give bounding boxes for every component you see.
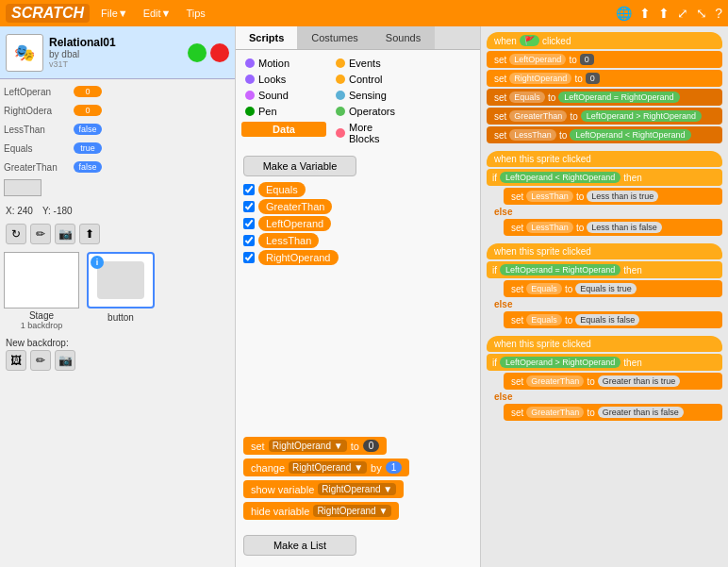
rotate-icon[interactable]: ↻ (6, 224, 26, 244)
cat-control-label: Control (349, 74, 382, 85)
cat-events-label: Events (349, 58, 381, 69)
var-leftoperand-check[interactable] (243, 218, 255, 229)
var-greaterthan-chip[interactable]: GreaterThan (258, 199, 332, 214)
gt-chip3: GreaterThan (526, 407, 584, 418)
stage-box (4, 252, 79, 309)
help-icon[interactable]: ? (715, 6, 722, 21)
set-lessthan-false[interactable]: set LessThan to Less than is false (504, 219, 722, 236)
make-list-button[interactable]: Make a List (243, 535, 356, 556)
hide-dropdown[interactable]: RightOperand ▼ (313, 505, 391, 517)
cat-more-blocks[interactable]: More Blocks (332, 120, 407, 146)
var-equals-check[interactable] (243, 184, 255, 195)
hide-variable-block[interactable]: hide variable RightOperand ▼ (243, 502, 399, 520)
control-dot (336, 75, 345, 84)
topbar: SCRATCH File▼ Edit▼ Tips 🌐 ⬆ ⬆ ⤢ ⤡ ? (0, 0, 728, 26)
show-dropdown[interactable]: RightOperand ▼ (318, 483, 396, 495)
set-lessthan-true[interactable]: set LessThan to Less than is true (504, 188, 722, 205)
change-dropdown[interactable]: RightOperand ▼ (289, 461, 367, 474)
sprite-thumbnail: 🎭 (6, 34, 43, 72)
set-rightoperand-0[interactable]: set RightOperand to 0 (487, 70, 722, 87)
cat-events[interactable]: Events (332, 56, 407, 71)
equals-row: Equals true (4, 140, 231, 157)
greaterthan-label: GreaterThan (4, 162, 70, 173)
var-lessthan-check[interactable] (243, 235, 255, 246)
cat-looks[interactable]: Looks (241, 72, 326, 87)
hat-sprite-clicked-3[interactable]: when this sprite clicked (487, 336, 722, 352)
rightoperand-dropdown[interactable]: RightOperand ▼ (269, 440, 347, 452)
var-rightoperand-chip[interactable]: RightOperand (258, 250, 339, 265)
var-rightoperand-row: RightOperand (243, 250, 472, 265)
sprite-author: by dbal (49, 49, 182, 59)
set-equals-expr[interactable]: set Equals to LeftOperand = RightOperand (487, 89, 722, 106)
upload-icon[interactable]: ⬆ (639, 6, 651, 21)
motion-dot (245, 58, 255, 68)
cat-sound[interactable]: Sound (241, 88, 326, 103)
cat-motion[interactable]: Motion (241, 56, 326, 71)
set-equals-true[interactable]: set Equals to Equals is true (504, 280, 722, 297)
upload-sprite-icon[interactable]: ⬆ (79, 224, 100, 244)
sprite-version: v31T (49, 59, 182, 69)
sprite-preview (97, 261, 144, 299)
cat-control[interactable]: Control (332, 72, 407, 87)
set-equals-false[interactable]: set Equals to Equals is false (504, 311, 722, 328)
more-blocks-dot (336, 128, 345, 138)
shrink-icon[interactable]: ⤡ (696, 6, 707, 21)
if-lt-condition[interactable]: if LeftOperand < RightOperand then (487, 169, 722, 186)
var-leftoperand-chip[interactable]: LeftOperand (258, 216, 331, 231)
tab-costumes[interactable]: Costumes (298, 26, 372, 49)
nav-tips[interactable]: Tips (183, 6, 209, 21)
var-lessthan-chip[interactable]: LessThan (258, 233, 319, 248)
cat-pen[interactable]: Pen (241, 104, 326, 119)
nav-edit[interactable]: Edit▼ (140, 6, 175, 21)
center-panel: Scripts Costumes Sounds Motion Looks Sou… (236, 26, 481, 567)
show-label: show variable (251, 484, 314, 495)
var-equals-row: Equals (243, 182, 472, 197)
tab-sounds[interactable]: Sounds (372, 26, 435, 49)
script-group-4: when this sprite clicked if LeftOperand … (487, 336, 722, 421)
script-controls: LeftOperan 0 RightOdera 0 LessThan false… (0, 79, 235, 202)
make-variable-button[interactable]: Make a Variable (243, 156, 356, 176)
camera-icon[interactable]: 📷 (55, 224, 75, 244)
stop-button[interactable] (210, 43, 229, 62)
cat-data[interactable]: Data (241, 122, 326, 137)
cat-operators[interactable]: Operators (332, 104, 407, 119)
var-equals-chip[interactable]: Equals (258, 182, 306, 197)
hat-sprite-clicked-2[interactable]: when this sprite clicked (487, 243, 722, 259)
var-greaterthan-row: GreaterThan (243, 199, 472, 214)
new-backdrop-label: New backdrop: (6, 338, 229, 348)
change-rightoperand-block[interactable]: change RightOperand ▼ by 1 (243, 459, 409, 476)
fullscreen-icon[interactable]: ⤢ (677, 6, 688, 21)
var-rightoperand-check[interactable] (243, 252, 255, 263)
action-icons: ↻ ✏ 📷 ⬆ (0, 220, 235, 248)
cat-sensing[interactable]: Sensing (332, 88, 407, 103)
hat-when-clicked-1[interactable]: when 🚩 clicked (487, 32, 722, 49)
upload2-icon[interactable]: ⬆ (658, 6, 670, 21)
backdrop-edit-icon[interactable]: ✏ (30, 350, 51, 371)
set-greaterthan-true[interactable]: set GreaterThan to Greater than is true (504, 373, 722, 390)
tab-scripts[interactable]: Scripts (236, 26, 298, 49)
if-eq-condition[interactable]: if LeftOperand = RightOperand then (487, 261, 722, 278)
set-lessthan-expr[interactable]: set LessThan to LeftOperand < RightOpera… (487, 126, 722, 143)
globe-icon[interactable]: 🌐 (616, 6, 632, 21)
sprite-info-icon: i (91, 256, 104, 269)
green-flag-button[interactable] (188, 43, 207, 62)
var-greaterthan-check[interactable] (243, 201, 255, 212)
set-rightoperand-block[interactable]: set RightOperand ▼ to 0 (243, 437, 387, 455)
set-leftoperand-0[interactable]: set LeftOperand to 0 (487, 51, 722, 68)
cat-sensing-label: Sensing (349, 90, 387, 101)
script-group-2: when this sprite clicked if LeftOperand … (487, 151, 722, 236)
sensing-dot (336, 91, 345, 100)
selected-sprite-box[interactable]: i (87, 252, 155, 309)
set-greaterthan-expr[interactable]: set GreaterThan to LeftOperand > RightOp… (487, 108, 722, 125)
stage-area: Stage 1 backdrop i button (0, 248, 235, 334)
nav-file[interactable]: File▼ (97, 6, 132, 21)
set-label: set (251, 441, 265, 452)
set-greaterthan-false[interactable]: set GreaterThan to Greater than is false (504, 404, 722, 421)
show-variable-block[interactable]: show variable RightOperand ▼ (243, 480, 404, 498)
backdrop-paint-icon[interactable]: 🖼 (6, 350, 26, 371)
hat-sprite-clicked-1[interactable]: when this sprite clicked (487, 151, 722, 167)
backdrop-camera-icon[interactable]: 📷 (55, 350, 75, 371)
if-gt-condition[interactable]: if LeftOperand > RightOperand then (487, 354, 722, 371)
paint-icon[interactable]: ✏ (30, 224, 51, 244)
cat-operators-label: Operators (349, 106, 395, 117)
